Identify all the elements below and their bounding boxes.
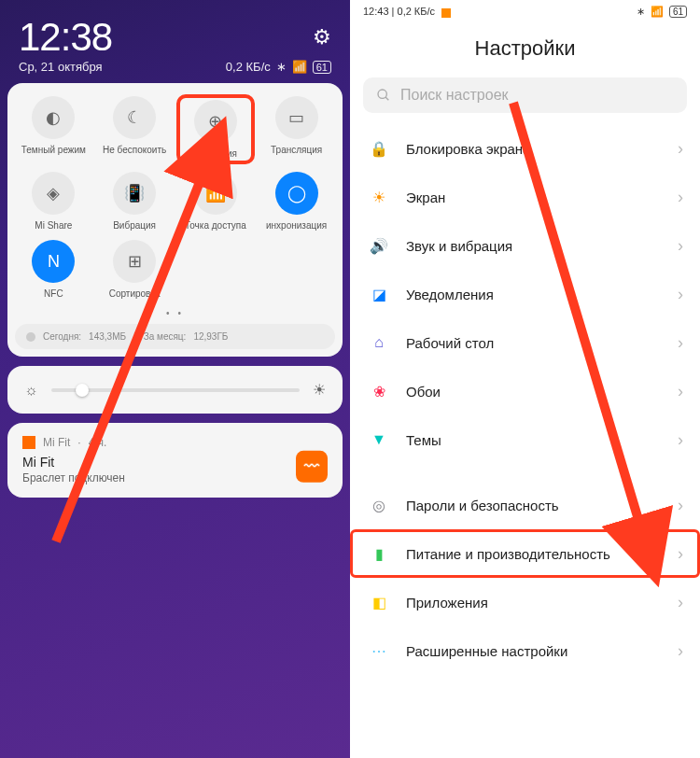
display-icon: ☀ [369,187,389,207]
settings-row-label: Рабочий стол [406,335,661,351]
svg-line-1 [385,97,388,100]
brightness-slider[interactable]: ☼ ☀ [7,366,343,414]
tile-label: Точка доступа [178,220,253,231]
sync-icon: ◯ [275,172,318,215]
notification-card[interactable]: Mi Fit · 4 ч. Mi Fit Браслет подключен 〰 [7,423,343,498]
settings-list: 🔒Блокировка экрана›☀Экран›🔊Звук и вибрац… [350,124,700,675]
saver-icon: ⊕ [194,100,237,143]
settings-row-lock[interactable]: 🔒Блокировка экрана› [350,124,700,173]
settings-row-label: Экран [406,190,661,205]
app-indicator-icon [441,8,451,18]
tile-mishare[interactable]: ◈Mi Share [16,172,91,231]
tile-label: инхронизация [259,220,334,231]
settings-row-display[interactable]: ☀Экран› [350,173,700,221]
chevron-right-icon: › [678,496,683,515]
bluetooth-icon: ∗ [276,60,287,74]
settings-row-wallpaper[interactable]: ❀Обои› [350,367,700,415]
sound-icon: 🔊 [369,235,389,256]
tile-dnd[interactable]: ☾Не беспокоить [97,96,172,162]
tile-hotspot[interactable]: 📶Точка доступа [178,172,253,231]
search-icon [376,88,391,103]
notification-badge-icon: 〰 [296,451,328,483]
settings-row-apps[interactable]: ◧Приложения› [350,578,700,626]
chevron-right-icon: › [678,139,683,159]
settings-row-notify[interactable]: ◪Уведомления› [350,270,700,318]
status-bar-right: 12:43 | 0,2 КБ/с ∗ 📶 61 [350,0,700,23]
vibration-icon: 📳 [113,172,156,215]
chevron-right-icon: › [678,641,683,661]
nfc-icon: N [32,240,75,283]
svg-point-0 [378,90,386,98]
wallpaper-icon: ❀ [369,381,389,401]
tile-saver[interactable]: ⊕Экономия [178,96,253,162]
status-bar-left: 12:38 ⚙ [7,7,343,60]
settings-panel: 12:43 | 0,2 КБ/с ∗ 📶 61 Настройки Поиск … [350,0,700,758]
brightness-thumb[interactable] [76,384,89,397]
themes-icon: ▼ [369,429,389,450]
settings-row-battery[interactable]: ▮Питание и производительность› [350,529,700,578]
settings-row-themes[interactable]: ▼Темы› [350,415,700,464]
tile-label: Не беспокоить [97,145,172,155]
dark-mode-icon: ◐ [32,96,75,139]
tile-dark-mode[interactable]: ◐Темный режим [16,96,91,162]
settings-row-sound[interactable]: 🔊Звук и вибрация› [350,221,700,270]
mishare-icon: ◈ [32,172,75,215]
sort-icon: ⊞ [113,240,156,283]
tile-nfc[interactable]: NNFC [16,240,91,299]
status-data-rate: 0,2 КБ/с [398,6,436,17]
settings-row-label: Обои [406,384,661,400]
cast-icon: ▭ [275,96,318,139]
tile-label: Трансляция [259,145,334,155]
status-data-rate: 0,2 КБ/с [226,60,271,74]
chevron-right-icon: › [678,285,683,304]
tile-sync[interactable]: ◯инхронизация [259,172,334,231]
tile-label: Вибрация [97,220,172,231]
battery-icon: ▮ [369,543,389,564]
settings-gear-icon[interactable]: ⚙ [313,25,331,49]
chevron-right-icon: › [678,430,683,450]
hotspot-icon: 📶 [194,172,237,215]
tile-label: Экономия [178,148,253,159]
chevron-right-icon: › [678,544,683,564]
tile-label: Сортировка [97,288,172,299]
notify-icon: ◪ [369,284,389,304]
brightness-low-icon: ☼ [24,382,38,399]
notification-age: 4 ч. [89,436,107,449]
settings-row-label: Питание и производительность [406,546,661,562]
settings-row-label: Приложения [406,595,661,611]
bluetooth-icon: ∗ [637,6,645,18]
settings-row-label: Расширенные настройки [406,643,661,659]
brightness-high-icon: ☀ [313,381,326,399]
signal-icon: 📶 [292,60,307,74]
tile-vibration[interactable]: 📳Вибрация [97,172,172,231]
chevron-right-icon: › [678,236,683,256]
usage-today-label: Сегодня: [43,331,81,342]
home-icon: ⌂ [369,332,389,353]
clock-time: 12:38 [19,15,112,60]
usage-today-value: 143,3МБ [89,331,126,342]
settings-row-label: Пароли и безопасность [406,498,661,513]
battery-icon: 61 [313,61,331,74]
status-time: 12:43 [363,6,389,17]
settings-row-label: Уведомления [406,287,661,302]
search-input[interactable]: Поиск настроек [363,77,687,113]
tile-sort[interactable]: ⊞Сортировка [97,240,172,299]
chevron-right-icon: › [678,333,683,353]
settings-row-home[interactable]: ⌂Рабочий стол› [350,318,700,367]
usage-month-value: 12,93ГБ [193,331,228,342]
chevron-right-icon: › [678,188,683,207]
data-usage-bar[interactable]: Сегодня: 143,3МБ | За месяц: 12,93ГБ [15,324,335,349]
page-indicator: • • [15,308,335,318]
tile-cast[interactable]: ▭Трансляция [259,96,334,162]
settings-row-security[interactable]: ◎Пароли и безопасность› [350,481,700,529]
usage-dot-icon [26,332,35,342]
battery-icon: 61 [669,6,687,18]
brightness-track[interactable] [51,388,300,392]
search-placeholder: Поиск настроек [400,87,509,104]
signal-icon: 📶 [651,6,664,18]
tile-label: Mi Share [16,220,91,231]
settings-row-advanced[interactable]: ⋯Расширенные настройки› [350,626,700,675]
dnd-icon: ☾ [113,96,156,139]
notification-title: Mi Fit [22,455,328,470]
usage-month-label: За месяц: [144,331,187,342]
